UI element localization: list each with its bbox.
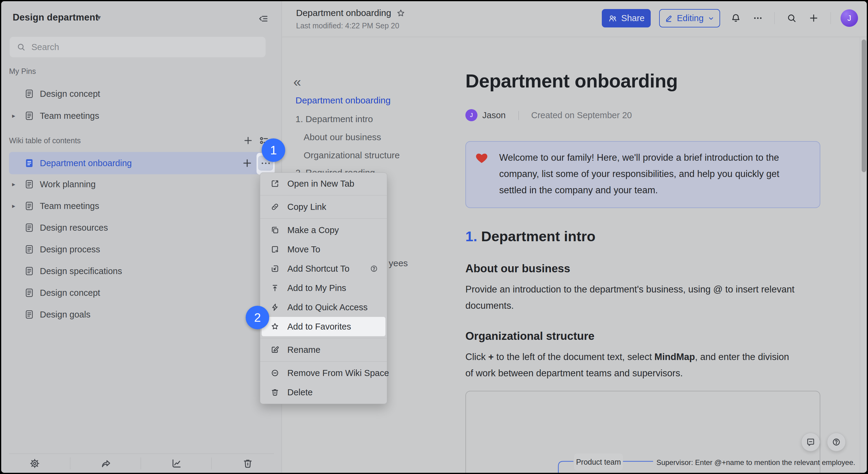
menu-item-make-a-copy[interactable]: Make a Copy bbox=[260, 221, 387, 240]
author-name[interactable]: Jason bbox=[482, 110, 505, 120]
heading-about-our-business: About our business bbox=[465, 262, 570, 275]
workspace-switcher[interactable]: Design department bbox=[13, 12, 98, 23]
text-run-bold: + bbox=[488, 351, 494, 362]
menu-item-delete[interactable]: Delete bbox=[260, 383, 387, 402]
toc-item-organizational-structure[interactable]: Organizational structure bbox=[304, 150, 400, 160]
my-pins-section-label: My Pins bbox=[9, 67, 36, 76]
toc-item-department-onboarding[interactable]: Department onboarding bbox=[296, 95, 391, 105]
sidebar-item-label: Design concept bbox=[40, 89, 100, 99]
menu-item-move-to[interactable]: Move To bbox=[260, 240, 387, 259]
add-page-button[interactable] bbox=[243, 135, 253, 146]
sidebar-item-design-goals[interactable]: Design goals bbox=[1, 304, 282, 325]
sidebar-item-design-resources[interactable]: Design resources bbox=[1, 217, 282, 238]
sidebar-item-label: Design resources bbox=[40, 223, 108, 233]
more-options-icon[interactable] bbox=[752, 13, 763, 24]
document-icon-active bbox=[24, 158, 34, 168]
menu-item-add-shortcut-to[interactable]: Add Shortcut To bbox=[260, 259, 387, 278]
lightning-icon bbox=[271, 303, 279, 312]
header-divider bbox=[774, 12, 775, 24]
avatar-initial: J bbox=[847, 14, 851, 23]
menu-item-label: Remove From Wiki Space bbox=[287, 368, 389, 378]
footer-divider bbox=[70, 458, 70, 470]
global-search-icon[interactable] bbox=[786, 13, 797, 24]
author-avatar-initial: J bbox=[470, 112, 473, 118]
toc-item-about-our-business[interactable]: About our business bbox=[304, 132, 381, 142]
sidebar-item-design-process[interactable]: Design process bbox=[1, 238, 282, 260]
sidebar-item-department-onboarding-selected[interactable]: Department onboarding bbox=[9, 152, 266, 174]
footer-divider bbox=[141, 458, 141, 470]
share-people-icon bbox=[608, 13, 618, 23]
sidebar-item-design-specifications[interactable]: Design specifications bbox=[1, 260, 282, 282]
menu-item-label: Rename bbox=[287, 345, 320, 355]
notifications-bell-icon[interactable] bbox=[731, 13, 741, 24]
menu-divider bbox=[260, 218, 387, 218]
settings-gear-icon[interactable] bbox=[29, 458, 40, 469]
workspace-caret-icon[interactable]: ▾ bbox=[97, 13, 101, 22]
sidebar-item-label: Team meetings bbox=[40, 201, 99, 211]
help-circle-icon[interactable] bbox=[369, 264, 378, 273]
heading-number: 1. bbox=[465, 228, 477, 244]
heart-icon bbox=[475, 151, 488, 165]
toc-item-department-intro[interactable]: 1. Department intro bbox=[296, 114, 373, 124]
menu-item-label: Open in New Tab bbox=[287, 179, 354, 189]
expand-caret-icon[interactable]: ▸ bbox=[12, 202, 20, 209]
menu-item-add-to-favorites[interactable]: Add to Favorites bbox=[262, 317, 385, 336]
context-menu: Open in New Tab Copy Link Make a Copy Mo… bbox=[260, 172, 387, 404]
sidebar-item-label: Team meetings bbox=[40, 111, 99, 121]
search-icon bbox=[16, 42, 26, 52]
sidebar-item-team-meetings-pinned[interactable]: ▸ Team meetings bbox=[1, 105, 282, 127]
menu-divider bbox=[260, 338, 387, 338]
menu-item-add-to-my-pins[interactable]: Add to My Pins bbox=[260, 278, 387, 298]
minus-circle-icon bbox=[271, 369, 279, 377]
menu-item-open-in-new-tab[interactable]: Open in New Tab bbox=[260, 174, 387, 193]
toc-item-covered-fragment[interactable]: yees bbox=[389, 258, 408, 268]
sidebar-item-design-concept-pinned[interactable]: Design concept bbox=[1, 83, 282, 105]
paragraph-line: of work between department teams and sup… bbox=[465, 368, 683, 379]
document-header bbox=[282, 1, 867, 37]
document-icon bbox=[24, 179, 34, 189]
mindmap-block[interactable]: Product team Supervisor: Enter @+name to… bbox=[465, 391, 820, 473]
pencil-icon bbox=[664, 14, 673, 23]
favorite-star-icon[interactable] bbox=[396, 8, 406, 18]
menu-item-rename[interactable]: Rename bbox=[260, 340, 387, 360]
heading-department-intro: 1. Department intro bbox=[465, 228, 595, 244]
heading-organizational-structure: Organizational structure bbox=[465, 330, 595, 342]
feedback-comment-button[interactable] bbox=[801, 433, 820, 451]
user-avatar[interactable]: J bbox=[840, 9, 858, 27]
sidebar-item-work-planning[interactable]: ▸ Work planning bbox=[1, 173, 282, 195]
sidebar-item-team-meetings[interactable]: ▸ Team meetings bbox=[1, 195, 282, 217]
help-button[interactable] bbox=[827, 433, 846, 451]
sidebar-collapse-button[interactable] bbox=[256, 12, 270, 25]
add-subpage-button[interactable] bbox=[242, 158, 253, 169]
menu-item-add-to-quick-access[interactable]: Add to Quick Access bbox=[260, 298, 387, 317]
share-button-label: Share bbox=[621, 13, 644, 23]
sidebar-item-label: Design specifications bbox=[40, 266, 122, 276]
menu-item-label: Delete bbox=[287, 387, 313, 397]
sidebar-item-label: Work planning bbox=[40, 179, 96, 189]
copy-icon bbox=[271, 226, 279, 235]
share-export-icon[interactable] bbox=[100, 458, 112, 469]
search-input[interactable]: Search bbox=[10, 37, 266, 57]
toc-collapse-icon[interactable]: « bbox=[293, 75, 301, 89]
menu-item-copy-link[interactable]: Copy Link bbox=[260, 197, 387, 216]
scrollbar-thumb[interactable] bbox=[862, 39, 866, 172]
document-icon bbox=[24, 223, 34, 233]
share-button[interactable]: Share bbox=[602, 9, 651, 28]
app-window: Design department ▾ Search My Pins Desig… bbox=[1, 1, 867, 473]
author-separator bbox=[519, 111, 519, 120]
expand-caret-icon[interactable]: ▸ bbox=[12, 112, 20, 120]
rename-icon bbox=[271, 345, 279, 354]
create-new-icon[interactable] bbox=[808, 13, 819, 24]
trash-icon[interactable] bbox=[242, 458, 253, 469]
text-run-bold: MindMap bbox=[654, 351, 695, 362]
mindmap-node-product-team[interactable]: Product team bbox=[574, 453, 623, 470]
document-icon bbox=[24, 111, 34, 121]
editing-mode-button[interactable]: Editing bbox=[659, 9, 720, 28]
menu-item-label: Add to My Pins bbox=[287, 283, 346, 293]
expand-caret-icon[interactable]: ▸ bbox=[12, 181, 20, 188]
analytics-chart-icon[interactable] bbox=[171, 458, 182, 469]
welcome-callout: Welcome to our family! Here, we'll provi… bbox=[465, 141, 820, 208]
comment-doc-icon bbox=[806, 437, 815, 447]
menu-item-remove-from-wiki-space[interactable]: Remove From Wiki Space bbox=[260, 363, 387, 383]
sidebar-item-design-concept[interactable]: Design concept bbox=[1, 282, 282, 304]
